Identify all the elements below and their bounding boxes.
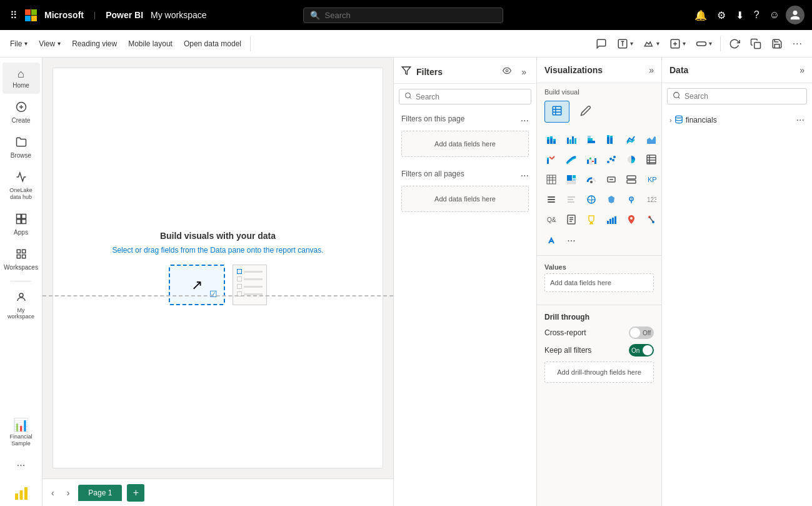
- data-search-input[interactable]: [684, 92, 801, 101]
- viz-filled-map[interactable]: [602, 190, 621, 209]
- data-tree-item-financials[interactable]: › financials ···: [667, 112, 807, 128]
- viz-python[interactable]: [642, 210, 661, 229]
- notification-button[interactable]: 🔔: [691, 6, 711, 25]
- more-options-button[interactable]: ···: [788, 35, 807, 53]
- sidebar-item-financial[interactable]: 📊 FinancialSample: [3, 412, 40, 452]
- onelake-icon: [16, 171, 27, 186]
- download-button[interactable]: ⬇: [732, 6, 748, 25]
- viz-arrow-button[interactable]: [542, 231, 561, 250]
- drill-through-drop-zone[interactable]: Add drill-through fields here: [544, 362, 654, 383]
- sidebar-item-create[interactable]: Create: [3, 96, 40, 129]
- viz-waterfall[interactable]: [582, 150, 601, 169]
- open-data-model-button[interactable]: Open data model: [179, 37, 246, 51]
- viz-table-icon[interactable]: [642, 150, 661, 169]
- viz-line-stacked[interactable]: [542, 150, 561, 169]
- page-prev-button[interactable]: ‹: [48, 485, 58, 500]
- textbox-button[interactable]: ▾: [613, 35, 638, 53]
- filters-page-drop-zone[interactable]: Add data fields here: [401, 131, 529, 157]
- viz-scatter[interactable]: [602, 150, 621, 169]
- sidebar-item-myworkspace[interactable]: Myworkspace: [3, 286, 40, 326]
- filters-all-pages-drop-zone[interactable]: Add data fields here: [401, 186, 529, 212]
- viz-table-button[interactable]: [544, 101, 569, 123]
- viz-clustered-bar[interactable]: [562, 130, 581, 149]
- viz-stacked-bar[interactable]: [542, 130, 561, 149]
- filters-search-input[interactable]: [416, 93, 526, 101]
- viz-slicer[interactable]: [542, 190, 561, 209]
- viz-qa[interactable]: Q&A: [542, 210, 561, 229]
- buttons-button[interactable]: ▾: [691, 35, 716, 53]
- viz-stacked-column[interactable]: [582, 130, 601, 149]
- viz-pie-chart[interactable]: [622, 150, 641, 169]
- duplicate-button[interactable]: [746, 35, 766, 53]
- svg-rect-78: [548, 201, 555, 203]
- data-search[interactable]: [667, 88, 807, 104]
- svg-rect-9: [16, 214, 21, 218]
- viz-decomp-tree[interactable]: 123: [642, 190, 661, 209]
- insert-button[interactable]: ▾: [665, 35, 690, 53]
- svg-rect-10: [21, 214, 26, 218]
- view-menu-button[interactable]: View ▾: [34, 37, 66, 51]
- viz-pen-button[interactable]: [573, 101, 598, 123]
- sidebar-item-apps[interactable]: Apps: [3, 208, 40, 241]
- file-menu-button[interactable]: File ▾: [5, 37, 33, 51]
- viz-more-types-button[interactable]: ···: [562, 231, 581, 250]
- waffle-icon[interactable]: ⠿: [8, 7, 20, 24]
- svg-rect-95: [609, 219, 611, 224]
- svg-rect-31: [553, 139, 556, 141]
- reading-view-button[interactable]: Reading view: [67, 37, 122, 51]
- keep-filters-toggle[interactable]: On: [629, 344, 654, 357]
- refresh-button[interactable]: [724, 35, 744, 53]
- feedback-button[interactable]: ☺: [766, 6, 783, 24]
- viz-gauge[interactable]: [582, 170, 601, 189]
- shapes-button[interactable]: ▾: [639, 35, 664, 53]
- viz-treemap[interactable]: [562, 170, 581, 189]
- data-tree: › financials ···: [662, 109, 812, 131]
- sidebar-item-browse[interactable]: Browse: [3, 131, 40, 164]
- save-button[interactable]: [767, 35, 787, 53]
- viz-azure-map[interactable]: [622, 190, 641, 209]
- filters-search[interactable]: [399, 89, 531, 104]
- svg-rect-28: [550, 138, 553, 144]
- sidebar-item-home[interactable]: ⌂ Home: [3, 63, 40, 94]
- viz-ribbon-chart[interactable]: [562, 150, 581, 169]
- viz-smart-narrative[interactable]: [562, 190, 581, 209]
- cross-report-toggle[interactable]: Off: [629, 326, 654, 339]
- canvas-content[interactable]: Build visuals with your data Select or d…: [53, 68, 383, 468]
- svg-rect-68: [573, 179, 576, 181]
- svg-rect-94: [607, 221, 609, 224]
- viz-expand-button[interactable]: »: [649, 65, 654, 75]
- help-button[interactable]: ?: [750, 6, 763, 24]
- global-search[interactable]: 🔍: [303, 8, 503, 23]
- viz-line-chart[interactable]: [622, 130, 641, 149]
- viz-location-icon[interactable]: [622, 210, 641, 229]
- filters-expand-button[interactable]: »: [519, 66, 529, 78]
- page-next-button[interactable]: ›: [63, 485, 74, 500]
- filters-page-more-button[interactable]: ···: [521, 115, 529, 126]
- settings-button[interactable]: ⚙: [713, 6, 729, 25]
- viz-multirow-card[interactable]: [622, 170, 641, 189]
- viz-kpi[interactable]: KPI: [642, 170, 661, 189]
- data-tree-more-button[interactable]: ···: [796, 114, 804, 126]
- search-input[interactable]: [325, 11, 481, 20]
- comment-button[interactable]: [591, 35, 611, 53]
- viz-card[interactable]: [602, 170, 621, 189]
- page-tab-1[interactable]: Page 1: [78, 485, 122, 501]
- viz-bar-icon2[interactable]: [602, 210, 621, 229]
- viz-matrix[interactable]: [542, 170, 561, 189]
- filters-all-pages-more-button[interactable]: ···: [521, 170, 529, 181]
- svg-point-84: [631, 198, 632, 200]
- sidebar-item-workspaces[interactable]: Workspaces: [3, 243, 40, 276]
- viz-trophy[interactable]: [582, 210, 601, 229]
- viz-area-chart[interactable]: [642, 130, 661, 149]
- mobile-layout-button[interactable]: Mobile layout: [123, 37, 178, 51]
- viz-map[interactable]: [582, 190, 601, 209]
- data-expand-button[interactable]: »: [799, 65, 804, 75]
- viz-100-stacked[interactable]: [602, 130, 621, 149]
- sidebar-item-more[interactable]: ···: [3, 455, 40, 476]
- sidebar-item-onelake[interactable]: OneLakedata hub: [3, 166, 40, 206]
- viz-values-drop-zone[interactable]: Add data fields here: [544, 273, 654, 292]
- avatar[interactable]: [786, 6, 804, 24]
- filters-eye-button[interactable]: [500, 65, 514, 78]
- page-add-button[interactable]: +: [127, 484, 144, 502]
- viz-paginated[interactable]: [562, 210, 581, 229]
